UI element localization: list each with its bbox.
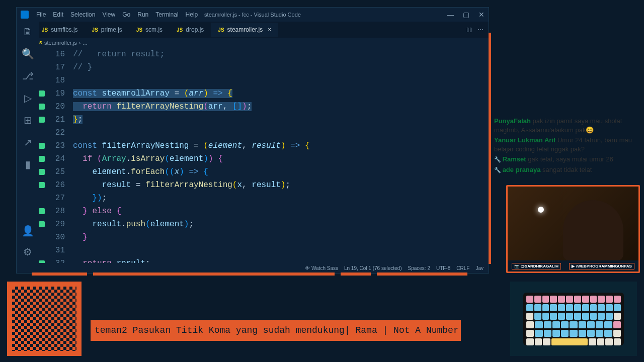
- tab-label: steamroller.js: [227, 26, 263, 33]
- accent-bottom: [17, 273, 489, 276]
- youtube-handle: ▶/WEBPROGRAMMINGUNPAS: [569, 263, 634, 269]
- keyboard-cam: [510, 282, 637, 356]
- menu-file[interactable]: File: [33, 10, 49, 19]
- mod-badge-icon: 🔧: [494, 166, 501, 174]
- menu-terminal[interactable]: Terminal: [152, 10, 182, 19]
- menu-view[interactable]: View: [99, 10, 119, 19]
- breadcrumb-rest: ...: [83, 40, 87, 46]
- gutter-marker: [39, 117, 45, 123]
- code-line[interactable]: 30 }: [39, 231, 489, 244]
- line-number: 16: [48, 48, 73, 61]
- tab-drop-js[interactable]: JSdrop.js: [170, 23, 211, 37]
- tab-scm-js[interactable]: JSscm.js: [129, 23, 170, 37]
- status-watch[interactable]: 👁 Watch Sass: [305, 265, 338, 271]
- line-number: 21: [48, 113, 73, 126]
- line-number: 31: [48, 244, 73, 257]
- line-number: 27: [48, 192, 73, 205]
- status-spaces[interactable]: Spaces: 2: [408, 265, 430, 271]
- code-editor[interactable]: 16// return result;17// }1819const steam…: [39, 48, 489, 263]
- close-tab-icon[interactable]: ×: [268, 26, 271, 33]
- bookmark-icon[interactable]: ▮: [22, 158, 34, 170]
- status-eol[interactable]: CRLF: [456, 265, 469, 271]
- tab-label: drop.js: [186, 26, 204, 33]
- gutter-marker: [39, 169, 45, 175]
- extensions-icon[interactable]: ⊞: [22, 114, 34, 126]
- status-lang[interactable]: Jav: [475, 265, 484, 271]
- account-icon[interactable]: 👤: [22, 225, 34, 237]
- gutter-marker: [39, 104, 45, 110]
- code-line[interactable]: 21};: [39, 113, 489, 126]
- gutter-marker: [39, 90, 45, 97]
- code-line[interactable]: 31: [39, 244, 489, 257]
- code-line[interactable]: 26 result = filterArrayNesting(x, result…: [39, 178, 489, 192]
- qr-pattern: [12, 287, 76, 351]
- code-line[interactable]: 28 } else {: [39, 205, 489, 218]
- vscode-window: FileEditSelectionViewGoRunTerminalHelp s…: [16, 7, 489, 274]
- line-number: 26: [48, 178, 73, 192]
- keyboard: [523, 293, 624, 345]
- settings-icon[interactable]: ⚙: [22, 246, 34, 258]
- close-icon[interactable]: ✕: [478, 11, 485, 19]
- run-debug-icon[interactable]: ▷: [22, 92, 34, 104]
- source-control-icon[interactable]: ⎇: [22, 70, 34, 82]
- breadcrumb-file: steamroller.js: [44, 40, 77, 46]
- code-line[interactable]: 23const filterArrayNesting = (element, r…: [39, 139, 489, 152]
- minimize-icon[interactable]: —: [447, 11, 454, 19]
- code-line[interactable]: 16// return result;: [39, 48, 489, 61]
- code-line[interactable]: 17// }: [39, 61, 489, 74]
- maximize-icon[interactable]: ▢: [463, 11, 469, 19]
- status-bar: 👁 Watch Sass Ln 19, Col 1 (76 selected) …: [17, 263, 489, 273]
- chat-message: 🔧 ade pranaya sangat tidak telat: [494, 165, 644, 174]
- code-line[interactable]: 18: [39, 74, 489, 87]
- line-number: 23: [48, 139, 73, 152]
- code-line[interactable]: 29 result.push(element);: [39, 218, 489, 231]
- line-number: 17: [48, 61, 73, 74]
- chat-username[interactable]: Ramset: [503, 155, 526, 163]
- breadcrumb-sep: ›: [79, 40, 81, 46]
- live-share-icon[interactable]: ↗: [22, 136, 34, 148]
- js-icon: JS: [42, 27, 48, 33]
- line-number: 22: [48, 126, 73, 139]
- status-cursor-pos[interactable]: Ln 19, Col 1 (76 selected): [344, 265, 402, 271]
- tab-label: prime.js: [101, 26, 122, 33]
- explorer-icon[interactable]: 🗎: [22, 26, 34, 38]
- tab-actions: ⫿⫿ ⋯: [466, 26, 489, 33]
- chat-username[interactable]: PunyaFalah: [494, 117, 531, 125]
- code-line[interactable]: 24 if (Array.isArray(element)) {: [39, 152, 489, 165]
- chat-username[interactable]: ade pranaya: [503, 166, 541, 173]
- chat-message: Yanuar Lukman Arif Umur 24 tahun, baru m…: [494, 136, 644, 153]
- code-line[interactable]: 22: [39, 126, 489, 139]
- tab-sumfibs-js[interactable]: JSsumfibs.js: [35, 23, 85, 37]
- chat-text: sangat tidak telat: [541, 166, 592, 173]
- code-line[interactable]: 20 return filterArrayNesting(arr, []);: [39, 100, 489, 113]
- gutter-marker: [39, 208, 45, 214]
- tab-steamroller-js[interactable]: JSsteamroller.js×: [211, 23, 278, 37]
- webcam-feed: [508, 187, 638, 260]
- code-line[interactable]: 25 element.forEach((x) => {: [39, 165, 489, 178]
- split-editor-icon[interactable]: ⫿⫿: [466, 26, 472, 33]
- chat-message: PunyaFalah pak izin pamit saya mau shola…: [494, 117, 644, 134]
- breadcrumb[interactable]: JS steamroller.js › ...: [17, 38, 489, 48]
- social-bar: 📷@SANDHIKAGALIH ▶/WEBPROGRAMMINGUNPAS: [508, 260, 638, 272]
- code-line[interactable]: 19const steamrollArray = (arr) => {: [39, 87, 489, 100]
- tab-prime-js[interactable]: JSprime.js: [85, 23, 129, 37]
- person-silhouette: [563, 200, 623, 260]
- titlebar: FileEditSelectionViewGoRunTerminalHelp s…: [17, 8, 489, 22]
- menu-selection[interactable]: Selection: [67, 10, 99, 19]
- search-icon[interactable]: 🔍: [22, 48, 34, 60]
- menu-edit[interactable]: Edit: [49, 10, 67, 19]
- status-encoding[interactable]: UTF-8: [436, 265, 450, 271]
- tabs-bar: JSsumfibs.jsJSprime.jsJSscm.jsJSdrop.jsJ…: [17, 22, 489, 38]
- instagram-handle: 📷@SANDHIKAGALIH: [512, 263, 561, 269]
- menu-run[interactable]: Run: [134, 10, 152, 19]
- more-icon[interactable]: ⋯: [477, 26, 484, 33]
- line-number: 19: [48, 87, 73, 100]
- gutter-marker: [39, 182, 45, 188]
- menu-help[interactable]: Help: [182, 10, 202, 19]
- chat-username[interactable]: Yanuar Lukman Arif: [494, 136, 555, 144]
- window-controls: — ▢ ✕: [447, 11, 485, 19]
- code-line[interactable]: 27 });: [39, 192, 489, 205]
- menu-go[interactable]: Go: [119, 10, 134, 19]
- line-number: 30: [48, 231, 73, 244]
- window-title: steamroller.js - fcc - Visual Studio Cod…: [204, 12, 301, 18]
